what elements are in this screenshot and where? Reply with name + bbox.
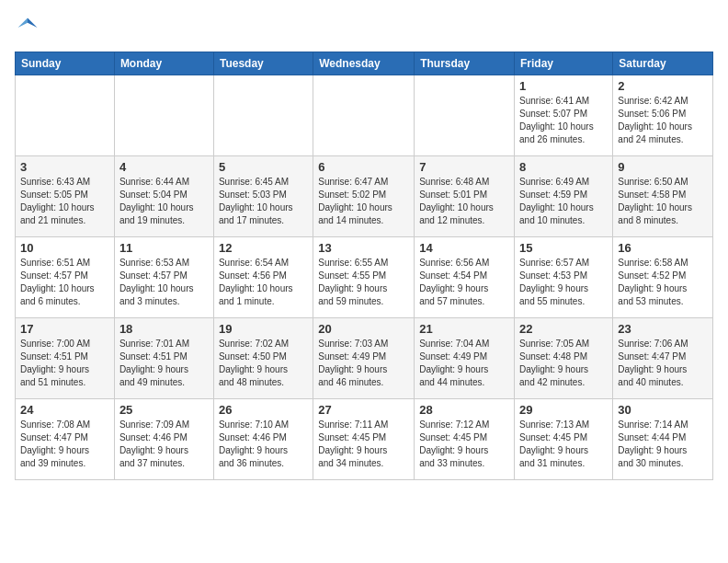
day-number: 16 [618,241,708,255]
calendar-cell [415,75,515,156]
calendar-cell: 18Sunrise: 7:01 AM Sunset: 4:51 PM Dayli… [114,318,213,399]
calendar-cell: 11Sunrise: 6:53 AM Sunset: 4:57 PM Dayli… [114,237,213,318]
weekday-header: Saturday [613,52,713,75]
day-number: 7 [419,160,509,174]
calendar-cell: 27Sunrise: 7:11 AM Sunset: 4:45 PM Dayli… [313,399,415,480]
calendar-week-row: 10Sunrise: 6:51 AM Sunset: 4:57 PM Dayli… [16,237,713,318]
day-info: Sunrise: 6:45 AM Sunset: 5:03 PM Dayligh… [219,176,308,227]
day-number: 28 [419,403,509,417]
svg-marker-1 [18,18,28,29]
calendar-week-row: 1Sunrise: 6:41 AM Sunset: 5:07 PM Daylig… [16,75,713,156]
weekday-header: Thursday [415,52,515,75]
day-info: Sunrise: 7:08 AM Sunset: 4:47 PM Dayligh… [20,419,109,470]
calendar-cell: 26Sunrise: 7:10 AM Sunset: 4:46 PM Dayli… [213,399,313,480]
day-number: 1 [519,79,608,93]
day-number: 17 [20,322,109,336]
logo [15,15,44,40]
calendar-cell: 29Sunrise: 7:13 AM Sunset: 4:45 PM Dayli… [515,399,613,480]
day-info: Sunrise: 6:54 AM Sunset: 4:56 PM Dayligh… [219,257,308,308]
page: SundayMondayTuesdayWednesdayThursdayFrid… [0,0,728,495]
calendar-week-row: 24Sunrise: 7:08 AM Sunset: 4:47 PM Dayli… [16,399,713,480]
day-info: Sunrise: 6:44 AM Sunset: 5:04 PM Dayligh… [119,176,209,227]
day-info: Sunrise: 6:50 AM Sunset: 4:58 PM Dayligh… [618,176,708,227]
calendar-cell: 23Sunrise: 7:06 AM Sunset: 4:47 PM Dayli… [613,318,713,399]
calendar-cell: 12Sunrise: 6:54 AM Sunset: 4:56 PM Dayli… [213,237,313,318]
day-info: Sunrise: 7:03 AM Sunset: 4:49 PM Dayligh… [318,338,409,389]
day-number: 8 [519,160,608,174]
header [15,15,713,40]
day-number: 27 [318,403,409,417]
day-number: 29 [519,403,608,417]
day-info: Sunrise: 7:00 AM Sunset: 4:51 PM Dayligh… [20,338,109,389]
calendar-cell: 20Sunrise: 7:03 AM Sunset: 4:49 PM Dayli… [313,318,415,399]
calendar-cell: 3Sunrise: 6:43 AM Sunset: 5:05 PM Daylig… [16,156,115,237]
calendar-cell: 1Sunrise: 6:41 AM Sunset: 5:07 PM Daylig… [515,75,613,156]
day-number: 9 [618,160,708,174]
day-info: Sunrise: 7:09 AM Sunset: 4:46 PM Dayligh… [119,419,209,470]
day-info: Sunrise: 7:01 AM Sunset: 4:51 PM Dayligh… [119,338,209,389]
day-number: 3 [20,160,109,174]
svg-marker-0 [28,18,38,29]
weekday-header: Monday [114,52,213,75]
day-info: Sunrise: 6:48 AM Sunset: 5:01 PM Dayligh… [419,176,509,227]
day-info: Sunrise: 7:02 AM Sunset: 4:50 PM Dayligh… [219,338,308,389]
calendar: SundayMondayTuesdayWednesdayThursdayFrid… [15,52,713,480]
day-info: Sunrise: 6:42 AM Sunset: 5:06 PM Dayligh… [618,95,708,146]
day-info: Sunrise: 7:04 AM Sunset: 4:49 PM Dayligh… [419,338,509,389]
calendar-cell: 21Sunrise: 7:04 AM Sunset: 4:49 PM Dayli… [415,318,515,399]
day-info: Sunrise: 6:47 AM Sunset: 5:02 PM Dayligh… [318,176,409,227]
day-number: 19 [219,322,308,336]
day-number: 2 [618,79,708,93]
day-number: 18 [119,322,209,336]
day-number: 13 [318,241,409,255]
day-info: Sunrise: 7:05 AM Sunset: 4:48 PM Dayligh… [519,338,608,389]
day-number: 23 [618,322,708,336]
calendar-week-row: 17Sunrise: 7:00 AM Sunset: 4:51 PM Dayli… [16,318,713,399]
weekday-header: Tuesday [213,52,313,75]
calendar-cell: 6Sunrise: 6:47 AM Sunset: 5:02 PM Daylig… [313,156,415,237]
calendar-cell [16,75,115,156]
calendar-cell: 30Sunrise: 7:14 AM Sunset: 4:44 PM Dayli… [613,399,713,480]
day-number: 30 [618,403,708,417]
day-number: 15 [519,241,608,255]
day-number: 6 [318,160,409,174]
day-info: Sunrise: 6:57 AM Sunset: 4:53 PM Dayligh… [519,257,608,308]
calendar-cell: 22Sunrise: 7:05 AM Sunset: 4:48 PM Dayli… [515,318,613,399]
day-info: Sunrise: 6:41 AM Sunset: 5:07 PM Dayligh… [519,95,608,146]
calendar-cell [313,75,415,156]
calendar-cell: 28Sunrise: 7:12 AM Sunset: 4:45 PM Dayli… [415,399,515,480]
day-number: 12 [219,241,308,255]
day-info: Sunrise: 6:49 AM Sunset: 4:59 PM Dayligh… [519,176,608,227]
day-number: 4 [119,160,209,174]
weekday-header: Wednesday [313,52,415,75]
calendar-cell [114,75,213,156]
calendar-cell: 16Sunrise: 6:58 AM Sunset: 4:52 PM Dayli… [613,237,713,318]
day-number: 20 [318,322,409,336]
day-number: 24 [20,403,109,417]
day-info: Sunrise: 6:51 AM Sunset: 4:57 PM Dayligh… [20,257,109,308]
day-info: Sunrise: 7:10 AM Sunset: 4:46 PM Dayligh… [219,419,308,470]
calendar-cell [213,75,313,156]
calendar-week-row: 3Sunrise: 6:43 AM Sunset: 5:05 PM Daylig… [16,156,713,237]
calendar-cell: 4Sunrise: 6:44 AM Sunset: 5:04 PM Daylig… [114,156,213,237]
calendar-cell: 2Sunrise: 6:42 AM Sunset: 5:06 PM Daylig… [613,75,713,156]
day-info: Sunrise: 6:56 AM Sunset: 4:54 PM Dayligh… [419,257,509,308]
weekday-header: Sunday [16,52,115,75]
day-info: Sunrise: 6:55 AM Sunset: 4:55 PM Dayligh… [318,257,409,308]
calendar-cell: 7Sunrise: 6:48 AM Sunset: 5:01 PM Daylig… [415,156,515,237]
day-number: 11 [119,241,209,255]
day-number: 22 [519,322,608,336]
day-number: 10 [20,241,109,255]
calendar-header-row: SundayMondayTuesdayWednesdayThursdayFrid… [16,52,713,75]
calendar-cell: 5Sunrise: 6:45 AM Sunset: 5:03 PM Daylig… [213,156,313,237]
calendar-cell: 15Sunrise: 6:57 AM Sunset: 4:53 PM Dayli… [515,237,613,318]
day-info: Sunrise: 7:12 AM Sunset: 4:45 PM Dayligh… [419,419,509,470]
day-info: Sunrise: 6:53 AM Sunset: 4:57 PM Dayligh… [119,257,209,308]
calendar-cell: 25Sunrise: 7:09 AM Sunset: 4:46 PM Dayli… [114,399,213,480]
calendar-cell: 8Sunrise: 6:49 AM Sunset: 4:59 PM Daylig… [515,156,613,237]
day-info: Sunrise: 6:58 AM Sunset: 4:52 PM Dayligh… [618,257,708,308]
calendar-cell: 9Sunrise: 6:50 AM Sunset: 4:58 PM Daylig… [613,156,713,237]
day-number: 25 [119,403,209,417]
day-number: 26 [219,403,308,417]
day-number: 21 [419,322,509,336]
